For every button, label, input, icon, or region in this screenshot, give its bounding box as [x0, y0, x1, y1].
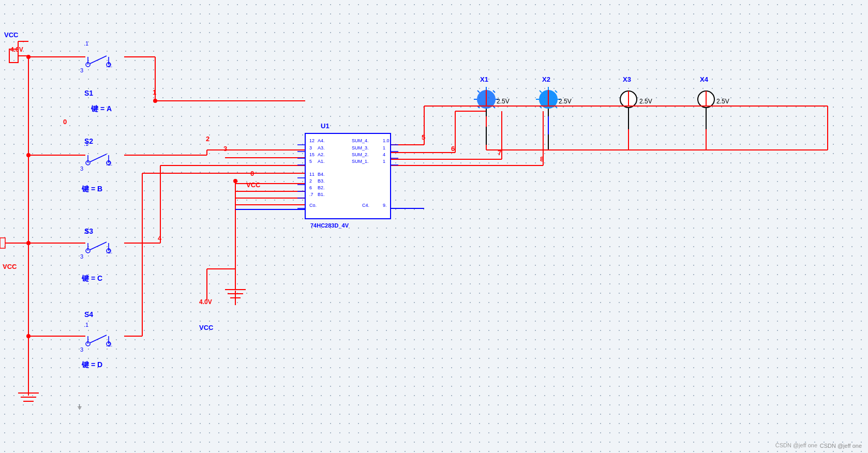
svg-text:74HC283D_4V: 74HC283D_4V	[310, 222, 349, 229]
svg-text:5: 5	[422, 133, 425, 141]
svg-text:VCC: VCC	[4, 31, 19, 39]
svg-text:2.5V: 2.5V	[716, 98, 729, 105]
svg-text:.2.: .2.	[106, 341, 112, 348]
svg-text:3: 3	[80, 165, 83, 172]
svg-point-203	[26, 153, 31, 157]
svg-text:3: 3	[80, 67, 83, 73]
svg-text:SUM_3.: SUM_3.	[352, 145, 369, 150]
svg-text:9.: 9.	[383, 203, 387, 208]
svg-text:1.0: 1.0	[383, 138, 390, 143]
svg-text:CSDN @jeff one: CSDN @jeff one	[775, 442, 817, 448]
svg-text:4: 4	[383, 152, 385, 157]
svg-point-205	[26, 334, 31, 338]
svg-text:4: 4	[158, 234, 162, 242]
svg-text:键 = C: 键 = C	[81, 274, 102, 282]
svg-text:X4: X4	[700, 76, 709, 83]
svg-text:U1: U1	[321, 122, 330, 130]
svg-text:2: 2	[309, 178, 312, 184]
svg-text:.7: .7	[309, 192, 313, 197]
svg-line-70	[90, 154, 107, 162]
svg-text:3: 3	[309, 145, 312, 150]
svg-text:7: 7	[498, 149, 501, 157]
svg-text:VCC: VCC	[246, 181, 261, 189]
svg-text:A4.: A4.	[318, 138, 325, 143]
svg-text:SUM_2.: SUM_2.	[352, 152, 369, 157]
svg-text:4.0V: 4.0V	[10, 46, 23, 53]
svg-text:键 = B: 键 = B	[81, 185, 102, 193]
svg-text:VCC: VCC	[199, 324, 214, 331]
svg-text:4.0V: 4.0V	[199, 298, 212, 306]
svg-text:SUM_1.: SUM_1.	[352, 159, 369, 164]
svg-text:.2.: .2.	[106, 62, 112, 68]
svg-text:2: 2	[206, 135, 209, 143]
svg-text:A1.: A1.	[318, 159, 325, 164]
svg-text:B3.: B3.	[318, 178, 325, 184]
svg-text:5: 5	[309, 159, 312, 164]
svg-text:A3.: A3.	[318, 145, 325, 150]
svg-text:3: 3	[223, 145, 227, 153]
svg-line-151	[555, 90, 557, 93]
svg-text:6: 6	[451, 145, 455, 153]
svg-point-202	[26, 55, 31, 59]
svg-text:8: 8	[540, 155, 544, 163]
svg-text:15: 15	[309, 152, 315, 157]
svg-text:键 = A: 键 = A	[91, 104, 112, 113]
svg-text:0: 0	[63, 118, 67, 126]
svg-text:.2.: .2.	[106, 248, 112, 254]
svg-text:S3: S3	[84, 227, 93, 235]
svg-text:A2.: A2.	[318, 152, 325, 157]
svg-text:SUM_4.: SUM_4.	[352, 138, 369, 143]
svg-text:S2: S2	[84, 137, 93, 145]
svg-point-204	[26, 241, 31, 245]
svg-text:12: 12	[309, 138, 315, 143]
svg-text:X3: X3	[623, 76, 631, 83]
svg-line-139	[477, 90, 480, 93]
svg-text:3: 3	[80, 346, 83, 353]
circuit-svg: .1 .2. 3 .1 .2. 3 .1 .2. 3 .1 .2. 3 12 A…	[0, 0, 868, 453]
svg-rect-57	[0, 238, 5, 248]
svg-text:C4.: C4.	[362, 203, 369, 208]
svg-text:X1: X1	[480, 76, 488, 83]
svg-text:B1.: B1.	[318, 192, 325, 197]
svg-text:S1: S1	[84, 89, 93, 97]
svg-text:1: 1	[383, 159, 385, 164]
svg-text:1: 1	[153, 88, 156, 96]
svg-line-141	[493, 90, 495, 93]
svg-line-78	[90, 242, 107, 250]
svg-text:0: 0	[250, 170, 254, 177]
svg-text:S4: S4	[84, 310, 93, 319]
svg-text:键 = D: 键 = D	[81, 360, 102, 369]
svg-text:2.5V: 2.5V	[639, 98, 652, 105]
svg-text:2.5V: 2.5V	[497, 98, 510, 105]
svg-text:6: 6	[309, 185, 312, 190]
svg-point-207	[233, 179, 237, 183]
svg-text:.2.: .2.	[106, 160, 112, 167]
svg-line-86	[90, 335, 107, 343]
svg-text:B2.: B2.	[318, 185, 325, 190]
svg-text:B4.: B4.	[318, 172, 325, 177]
svg-point-206	[153, 99, 157, 103]
svg-text:1: 1	[383, 145, 385, 150]
watermark: CSDN @jeff one	[820, 443, 862, 449]
svg-text:.1: .1	[84, 40, 88, 47]
svg-text:2.5V: 2.5V	[559, 98, 572, 105]
svg-text:⏚: ⏚	[78, 402, 82, 410]
svg-text:Co.: Co.	[309, 203, 317, 208]
svg-text:X2: X2	[542, 76, 550, 83]
svg-text:3: 3	[80, 253, 83, 260]
svg-text:VCC: VCC	[3, 263, 17, 270]
svg-line-62	[90, 56, 107, 64]
svg-line-149	[540, 90, 542, 93]
svg-text:11: 11	[309, 172, 315, 177]
svg-text:.1: .1	[84, 322, 88, 328]
